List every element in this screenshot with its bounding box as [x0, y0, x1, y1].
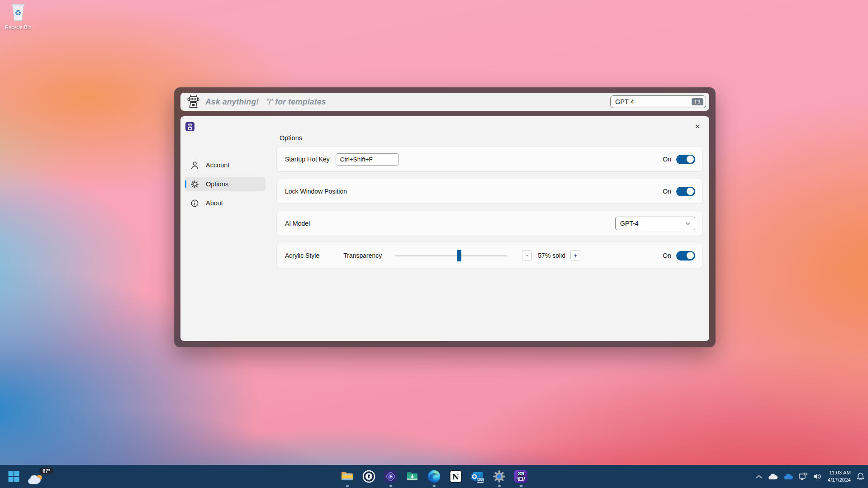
taskbar-edge[interactable] [423, 465, 445, 488]
taskbar-settings[interactable] [489, 465, 510, 488]
sidebar-item-label: Options [206, 180, 228, 188]
windows-logo-icon [8, 471, 19, 482]
setting-label: AI Model [285, 220, 310, 227]
sidebar-item-label: Account [206, 161, 229, 169]
edge-browser-icon [427, 470, 441, 483]
running-indicator [346, 485, 349, 487]
hotkey-badge: F9 [692, 98, 703, 105]
ai-model-value: GPT-4 [620, 220, 638, 227]
model-selector-value: GPT-4 [615, 98, 634, 105]
lock-window-toggle[interactable] [676, 187, 695, 196]
ask-bar[interactable]: Ask anything! '/' for templates GPT-4 F9 [180, 93, 709, 111]
transparency-value: 57% solid [538, 252, 565, 259]
svg-text:N: N [452, 472, 460, 481]
sidebar-item-options[interactable]: Options [185, 177, 266, 191]
setting-row-acrylic-style: Acrylic Style Transparency - 57% solid +… [277, 243, 702, 268]
taskbar-video-editor[interactable] [380, 465, 402, 488]
close-button[interactable]: ✕ [691, 120, 704, 133]
taskbar-file-explorer[interactable] [337, 465, 358, 488]
robot-icon [187, 95, 199, 109]
desktop-screen: ♻ Recycle Bin Ask anything! '/' for temp… [0, 0, 868, 488]
notion-icon: N [449, 470, 462, 483]
model-selector[interactable]: GPT-4 F9 [610, 95, 706, 108]
weather-temp: 67° [39, 468, 53, 474]
video-editor-icon [384, 470, 397, 483]
startup-hotkey-toggle[interactable] [676, 155, 695, 164]
slider-label: Transparency [343, 252, 382, 259]
toggle-label: On [663, 188, 671, 195]
settings-panel: ✕ Options Account [180, 116, 709, 341]
taskbar-1password[interactable] [358, 465, 380, 488]
running-indicator [498, 485, 501, 487]
taskbar-ai-assistant[interactable] [510, 465, 532, 488]
tray-date: 4/17/2024 [828, 477, 851, 484]
chevron-down-icon [686, 222, 690, 225]
recycle-bin[interactable]: ♻ Recycle Bin [2, 2, 34, 30]
toggle-knob [687, 252, 694, 259]
onedrive-personal-icon[interactable] [768, 474, 778, 480]
transparency-slider[interactable] [395, 250, 508, 262]
system-tray: 11:03 AM 4/17/2024 [756, 465, 864, 488]
outlook-new-badge: NEW [477, 479, 484, 482]
running-indicator [389, 485, 392, 487]
svg-text:♻: ♻ [14, 8, 21, 17]
recycle-bin-icon: ♻ [9, 2, 27, 22]
sidebar-item-account[interactable]: Account [185, 158, 266, 172]
toggle-knob [687, 156, 694, 163]
gear-icon [190, 180, 199, 189]
network-display-icon[interactable] [799, 473, 807, 480]
taskbar-outlook[interactable]: NEW [467, 465, 489, 488]
sidebar-item-label: About [206, 199, 223, 207]
setting-label: Acrylic Style [285, 252, 319, 259]
notification-bell-icon[interactable] [857, 472, 864, 481]
settings-gear-icon [493, 470, 506, 483]
info-icon [190, 199, 199, 208]
volume-icon[interactable] [813, 473, 822, 480]
start-button[interactable] [5, 468, 23, 486]
toggle-label: On [663, 252, 671, 259]
person-icon [190, 161, 199, 170]
taskbar-downloads[interactable] [402, 465, 423, 488]
slider-track[interactable] [395, 255, 508, 256]
transparency-stepper: - 57% solid + [522, 250, 580, 261]
assistant-window: Ask anything! '/' for templates GPT-4 F9… [174, 87, 716, 347]
page-title: Options [280, 134, 302, 142]
app-window-icon [185, 122, 194, 131]
running-indicator [432, 485, 436, 487]
setting-label: Startup Hot Key [285, 156, 330, 163]
ai-assistant-icon [514, 470, 527, 483]
settings-sidebar: Account Options [185, 158, 266, 215]
file-explorer-icon [341, 470, 354, 483]
slider-thumb[interactable] [457, 250, 461, 261]
increase-button[interactable]: + [570, 250, 580, 261]
taskbar-apps: N NEW [337, 465, 532, 488]
toggle-knob [687, 188, 694, 195]
ask-input-placeholder[interactable]: Ask anything! [205, 97, 259, 107]
setting-row-startup-hotkey: Startup Hot Key On [277, 147, 702, 171]
ask-input-placeholder-hint: '/' for templates [266, 97, 326, 107]
taskbar-notion[interactable]: N [445, 465, 467, 488]
weather-cloud-icon [27, 473, 43, 485]
onedrive-cloud-icon[interactable] [783, 474, 793, 480]
ai-model-dropdown[interactable]: GPT-4 [615, 217, 695, 230]
tray-time: 11:03 AM [828, 469, 851, 477]
weather-widget[interactable]: 67° [26, 467, 54, 487]
setting-row-lock-window: Lock Window Position On [277, 179, 702, 204]
recycle-bin-label: Recycle Bin [2, 24, 34, 30]
taskbar: 67° [0, 465, 868, 488]
toggle-label: On [663, 156, 671, 163]
close-icon: ✕ [695, 123, 701, 131]
1password-icon [362, 470, 375, 483]
tray-chevron-up-icon[interactable] [756, 475, 762, 479]
setting-label: Lock Window Position [285, 188, 347, 195]
clock[interactable]: 11:03 AM 4/17/2024 [828, 469, 851, 483]
running-indicator [519, 485, 522, 487]
decrease-button[interactable]: - [522, 250, 532, 261]
downloads-folder-icon [406, 470, 419, 483]
setting-row-ai-model: AI Model GPT-4 [277, 211, 702, 236]
sidebar-item-about[interactable]: About [185, 196, 266, 210]
outlook-icon: NEW [471, 470, 484, 483]
acrylic-toggle[interactable] [676, 251, 695, 261]
hotkey-input[interactable] [336, 153, 399, 166]
settings-rows: Startup Hot Key On Lock Window Position … [277, 147, 702, 275]
